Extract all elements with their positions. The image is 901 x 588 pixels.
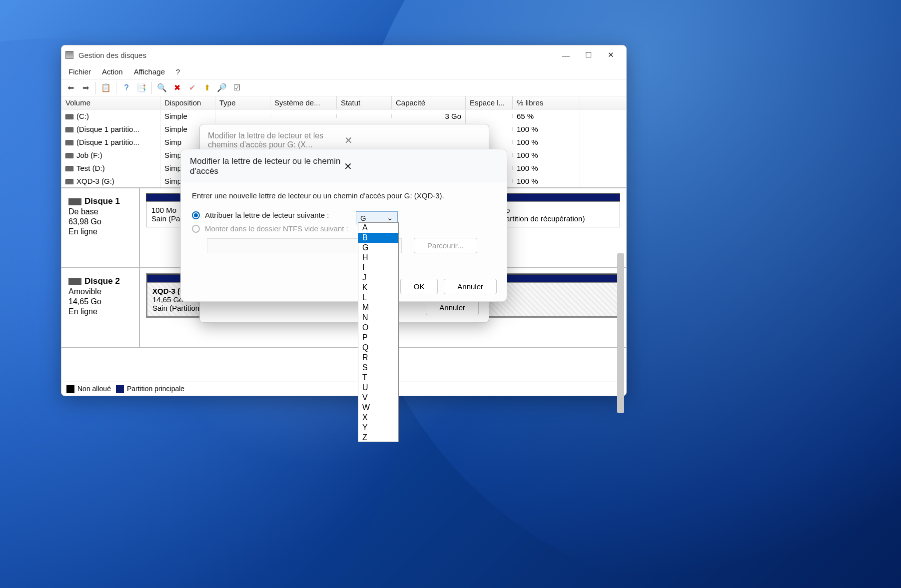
col-status[interactable]: Statut <box>337 96 392 109</box>
scrollbar-thumb[interactable] <box>617 253 624 413</box>
back-icon[interactable]: ⬅ <box>64 82 76 94</box>
col-filesystem[interactable]: Système de... <box>270 96 337 109</box>
dropdown-option[interactable]: X <box>358 413 398 423</box>
dialog2-close-icon[interactable]: ✕ <box>344 160 498 172</box>
dialog1-title: Modifier la lettre de lecteur et les che… <box>208 131 344 149</box>
app-icon <box>65 51 73 59</box>
radio-mount-folder[interactable]: Monter dans le dossier NTFS vide suivant… <box>192 224 496 233</box>
menu-action[interactable]: Action <box>102 67 123 76</box>
legend: Non alloué Partition principale <box>61 382 626 396</box>
settings-icon[interactable]: ☑ <box>231 82 243 94</box>
dropdown-option[interactable]: Q <box>358 343 398 353</box>
change-letter-dialog: Modifier la lettre de lecteur ou le chem… <box>180 149 507 302</box>
close-button[interactable]: ✕ <box>600 47 622 63</box>
properties-icon[interactable]: 📋 <box>100 82 112 94</box>
disk-icon <box>68 198 81 205</box>
disk2-label: Disque 2 Amovible 14,65 Go En ligne <box>61 268 140 347</box>
menu-help[interactable]: ? <box>176 67 180 76</box>
dropdown-option[interactable]: T <box>358 373 398 383</box>
dialog1-close-icon[interactable]: ✕ <box>344 134 481 146</box>
col-capacity[interactable]: Capacité <box>392 96 466 109</box>
dropdown-option[interactable]: J <box>358 273 398 283</box>
browse-button[interactable]: Parcourir... <box>414 238 477 253</box>
swatch-unallocated <box>66 385 74 393</box>
menu-file[interactable]: Fichier <box>68 67 91 76</box>
disk-icon <box>68 278 81 285</box>
combo-value: G <box>360 214 366 222</box>
zoom-icon[interactable]: 🔎 <box>216 82 228 94</box>
dropdown-option[interactable]: G <box>358 243 398 253</box>
disk1-label: Disque 1 De base 63,98 Go En ligne <box>61 188 140 267</box>
check-icon[interactable]: ✔ <box>186 82 198 94</box>
chevron-down-icon: ⌄ <box>387 213 393 222</box>
disk1-state: En ligne <box>68 227 134 236</box>
help-icon[interactable]: ? <box>120 82 132 94</box>
list-icon[interactable]: 📑 <box>135 82 147 94</box>
maximize-button[interactable]: ☐ <box>577 47 600 63</box>
radio-assign-label: Attribuer la lettre de lecteur suivante … <box>205 211 329 219</box>
table-row[interactable]: (C:)Simple3 Go65 % <box>61 109 626 122</box>
dropdown-option[interactable]: I <box>358 263 398 273</box>
up-icon[interactable]: ⬆ <box>201 82 213 94</box>
col-type[interactable]: Type <box>215 96 270 109</box>
ok-button[interactable]: OK <box>400 279 438 294</box>
disk1-part-right[interactable]: o artition de récupération) <box>500 201 620 227</box>
col-disposition[interactable]: Disposition <box>160 96 215 109</box>
dropdown-option[interactable]: N <box>358 313 398 323</box>
titlebar: Gestion des disques — ☐ ✕ <box>61 45 626 64</box>
radio-icon <box>192 211 200 219</box>
disk1-title: Disque 1 <box>84 196 120 206</box>
disk2-state: En ligne <box>68 307 134 316</box>
dropdown-option[interactable]: W <box>358 403 398 413</box>
dropdown-option[interactable]: V <box>358 393 398 403</box>
dropdown-option[interactable]: L <box>358 293 398 303</box>
dialog2-title: Modifier la lettre de lecteur ou le chem… <box>190 156 344 176</box>
dropdown-option[interactable]: K <box>358 283 398 293</box>
cancel-button[interactable]: Annuler <box>444 279 497 294</box>
minimize-button[interactable]: — <box>555 47 577 63</box>
menu-view[interactable]: Affichage <box>134 67 165 76</box>
dropdown-option[interactable]: Y <box>358 423 398 433</box>
dropdown-option[interactable]: S <box>358 363 398 373</box>
swatch-primary <box>116 385 124 393</box>
menubar: Fichier Action Affichage ? <box>61 64 626 79</box>
refresh-icon[interactable]: 🔍 <box>156 82 168 94</box>
disk1-kind: De base <box>68 207 134 216</box>
dropdown-option[interactable]: P <box>358 333 398 343</box>
dropdown-option[interactable]: B <box>358 233 398 243</box>
dialog2-prompt: Entrer une nouvelle lettre de lecteur ou… <box>192 191 496 200</box>
disk2-size: 14,65 Go <box>68 297 134 306</box>
disk2-title: Disque 2 <box>84 276 120 286</box>
radio-assign-letter[interactable]: Attribuer la lettre de lecteur suivante … <box>192 211 496 219</box>
disk1-size: 63,98 Go <box>68 217 134 226</box>
dialog1-cancel-button[interactable]: Annuler <box>426 300 479 315</box>
toolbar: ⬅ ➡ 📋 ? 📑 🔍 ✖ ✔ ⬆ 🔎 ☑ <box>61 79 626 96</box>
forward-icon[interactable]: ➡ <box>79 82 91 94</box>
dropdown-option[interactable]: O <box>358 323 398 333</box>
dropdown-option[interactable]: R <box>358 353 398 363</box>
dropdown-option[interactable]: Z <box>358 433 398 443</box>
radio-icon <box>192 225 200 233</box>
dropdown-option[interactable]: H <box>358 253 398 263</box>
col-pctfree[interactable]: % libres <box>513 96 580 109</box>
col-freespace[interactable]: Espace l... <box>466 96 513 109</box>
drive-letter-dropdown[interactable]: ABGHIJKLMNOPQRSTUVWXYZ <box>358 222 399 442</box>
radio-mount-label: Monter dans le dossier NTFS vide suivant… <box>205 224 348 233</box>
col-volume[interactable]: Volume <box>61 96 160 109</box>
disk2-kind: Amovible <box>68 287 134 296</box>
dropdown-option[interactable]: A <box>358 223 398 233</box>
legend-primary: Partition principale <box>127 385 184 393</box>
table-header: Volume Disposition Type Système de... St… <box>61 96 626 109</box>
dropdown-option[interactable]: U <box>358 383 398 393</box>
window-title: Gestion des disques <box>78 51 555 59</box>
dropdown-option[interactable]: M <box>358 303 398 313</box>
delete-icon[interactable]: ✖ <box>171 82 183 94</box>
legend-unallocated: Non alloué <box>77 385 111 393</box>
